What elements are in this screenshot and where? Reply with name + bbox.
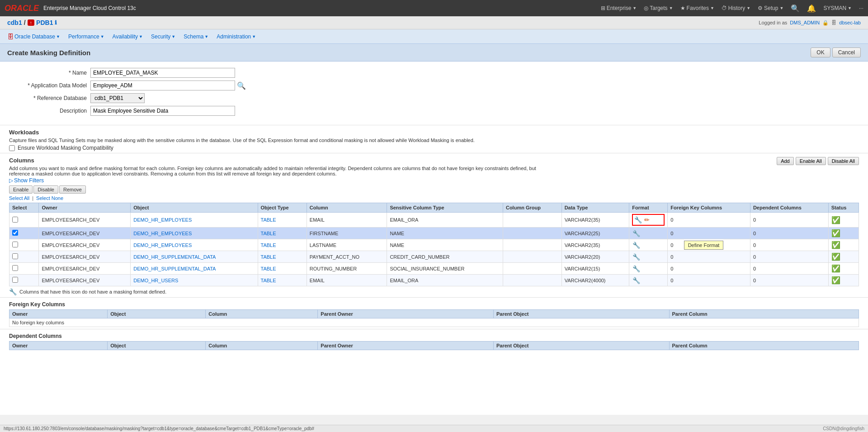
bell-icon[interactable]: 🔔: [807, 4, 816, 13]
cancel-button[interactable]: Cancel: [832, 47, 861, 57]
adm-row: * Application Data Model 🔍: [9, 81, 859, 90]
history-menu[interactable]: ⏱ History ▼: [722, 5, 750, 11]
main-content: Create Masking Definition OK Cancel * Na…: [0, 44, 868, 415]
format-edit-icon[interactable]: ✏: [643, 216, 651, 224]
object-link[interactable]: DEMO_HR_EMPLOYEES: [133, 217, 192, 223]
cell-sensitive-col-type: CREDIT_CARD_NUMBER: [387, 251, 503, 263]
ok-button[interactable]: OK: [811, 47, 830, 57]
format-undefined-icon[interactable]: 🔧: [632, 276, 640, 285]
type-link[interactable]: TABLE: [261, 231, 276, 236]
table-row: EMPLOYEESARCH_DEV DEMO_HR_SUPPLEMENTAL_D…: [9, 251, 859, 263]
add-button[interactable]: Add: [777, 157, 794, 165]
user-menu[interactable]: SYSMAN ▼: [823, 5, 852, 11]
col-header-object: Object: [131, 203, 258, 213]
select-none-link[interactable]: Select None: [36, 195, 63, 201]
enable-button[interactable]: Enable: [9, 185, 33, 194]
cell-object-type: TABLE: [258, 251, 307, 263]
row-checkbox[interactable]: [12, 242, 18, 247]
row-checkbox[interactable]: [12, 277, 18, 283]
format-undefined-icon[interactable]: 🔧: [632, 265, 640, 273]
row-checkbox[interactable]: [12, 253, 18, 259]
fk-header-parent-object: Parent Object: [493, 310, 669, 318]
oracle-logo-text: ORACLE: [5, 4, 39, 13]
adm-search-icon[interactable]: 🔍: [237, 81, 246, 90]
name-field[interactable]: [90, 68, 235, 78]
col-header-column: Column: [307, 203, 387, 213]
nav-security[interactable]: Security ▼: [147, 32, 179, 42]
col-header-status: Status: [828, 203, 859, 213]
remove-button[interactable]: Remove: [59, 185, 86, 194]
nav-schema[interactable]: Schema ▼: [180, 32, 212, 42]
adm-field[interactable]: [90, 81, 235, 90]
nav-oracle-database[interactable]: 🗄 Oracle Database ▼: [4, 31, 64, 42]
enterprise-menu[interactable]: ⊞ Enterprise ▼: [601, 5, 637, 11]
object-link[interactable]: DEMO_HR_SUPPLEMENTAL_DATA: [133, 266, 216, 271]
row-checkbox[interactable]: [12, 265, 18, 271]
row-checkbox[interactable]: [12, 217, 18, 223]
cell-fk-cols: 0: [668, 275, 750, 286]
table-header-row: Select Owner Object Object Type Column S…: [9, 203, 859, 213]
row-checkbox[interactable]: [12, 230, 18, 236]
cdb-link[interactable]: cdb1: [7, 19, 22, 26]
disable-button[interactable]: Disable: [33, 185, 58, 194]
cell-object-type: TABLE: [258, 228, 307, 239]
type-link[interactable]: TABLE: [261, 266, 276, 271]
nav-administration[interactable]: Administration ▼: [213, 32, 259, 42]
workload-masking-checkbox[interactable]: [9, 145, 15, 151]
favorites-menu[interactable]: ★ Favorites ▼: [680, 5, 714, 11]
format-undefined-icon[interactable]: 🔧: [632, 241, 640, 249]
format-undefined-icon[interactable]: 🔧: [632, 229, 640, 237]
targets-menu[interactable]: ◎ Targets ▼: [644, 5, 673, 11]
type-link[interactable]: TABLE: [261, 242, 276, 248]
col-header-object-type: Object Type: [258, 203, 307, 213]
select-all-link[interactable]: Select All: [9, 195, 29, 201]
nav-oracle-db-label: Oracle Database: [14, 33, 55, 40]
type-link[interactable]: TABLE: [261, 278, 276, 283]
type-link[interactable]: TABLE: [261, 254, 276, 260]
more-icon[interactable]: ···: [859, 5, 863, 11]
legend-text: Columns that have this icon do not have …: [19, 289, 166, 294]
favorites-icon: ★: [680, 5, 685, 11]
fk-no-data: No foreign key columns: [9, 318, 859, 327]
cell-col-group: [503, 263, 561, 275]
setup-menu[interactable]: ⚙ Setup ▼: [758, 5, 783, 11]
object-link[interactable]: DEMO_HR_USERS: [133, 278, 178, 283]
table-toolbar: Enable Disable Remove: [9, 185, 859, 194]
search-icon[interactable]: 🔍: [791, 4, 800, 13]
object-link[interactable]: DEMO_HR_EMPLOYEES: [133, 242, 192, 248]
type-link[interactable]: TABLE: [261, 217, 276, 223]
columns-section: Columns Add columns you want to mask and…: [0, 153, 868, 297]
cell-dep-cols: 0: [750, 263, 828, 275]
show-filters-link[interactable]: ▷ Show Filters: [9, 177, 552, 184]
info-icon[interactable]: ℹ: [55, 19, 57, 26]
object-link[interactable]: DEMO_HR_EMPLOYEES: [133, 231, 192, 236]
format-cell: 🔧 Define Format: [632, 241, 665, 249]
cell-status: ✅: [828, 213, 859, 228]
status-ok-icon: ✅: [831, 265, 840, 272]
pdb-link[interactable]: PDB1: [36, 19, 53, 26]
refdb-select[interactable]: cdb1_PDB1: [90, 93, 145, 103]
enable-all-button[interactable]: Enable All: [796, 157, 826, 165]
fk-header-parent-owner: Parent Owner: [318, 310, 494, 318]
cell-select: [9, 213, 39, 228]
cell-data-type: VARCHAR2(25): [561, 228, 629, 239]
cell-format: 🔧: [629, 263, 668, 275]
cell-owner: EMPLOYEESARCH_DEV: [39, 275, 131, 286]
desc-field[interactable]: [90, 106, 235, 116]
cell-object-type: TABLE: [258, 213, 307, 228]
format-define-icon[interactable]: 🔧: [634, 216, 642, 224]
cell-format: 🔧 ✏: [629, 213, 668, 228]
nav-availability[interactable]: Availability ▼: [109, 32, 146, 42]
nav-performance[interactable]: Performance ▼: [65, 32, 108, 42]
object-link[interactable]: DEMO_HR_SUPPLEMENTAL_DATA: [133, 254, 216, 260]
nav-administration-label: Administration: [217, 33, 251, 40]
dep-header-parent-object: Parent Object: [493, 342, 669, 350]
table-row: EMPLOYEESARCH_DEV DEMO_HR_EMPLOYEES TABL…: [9, 228, 859, 239]
dep-header-column: Column: [206, 342, 318, 350]
history-icon: ⏱: [722, 5, 727, 11]
action-buttons: OK Cancel: [811, 47, 861, 57]
cell-sensitive-col-type: NAME: [387, 239, 503, 251]
cell-col-group: [503, 213, 561, 228]
format-undefined-icon[interactable]: 🔧: [632, 253, 640, 261]
disable-all-button[interactable]: Disable All: [828, 157, 859, 165]
